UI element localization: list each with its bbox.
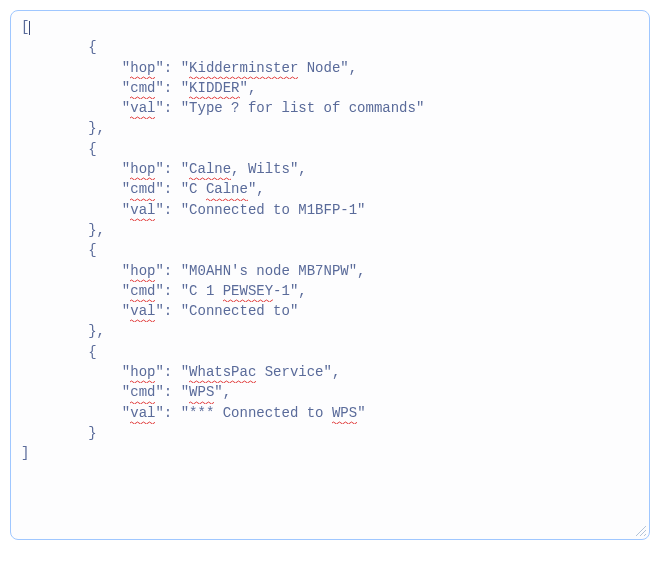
- key-cmd: cmd: [130, 78, 155, 98]
- key-val: val: [130, 98, 155, 118]
- key-val: val: [130, 301, 155, 321]
- hop-value-2: M0AHN's node MB7NPW: [189, 263, 349, 279]
- cmd-value-3: WPS: [189, 382, 214, 402]
- entry-open: {: [88, 141, 96, 157]
- entry-open: {: [88, 344, 96, 360]
- entry-close: },: [88, 323, 105, 339]
- hop-value-3: WhatsPac: [189, 362, 256, 382]
- svg-line-1: [640, 530, 646, 536]
- key-cmd: cmd: [130, 382, 155, 402]
- entry-close-last: }: [88, 425, 96, 441]
- val-value-2: Connected to: [189, 303, 290, 319]
- resize-grip-icon: [633, 523, 647, 537]
- key-val: val: [130, 403, 155, 423]
- key-hop: hop: [130, 58, 155, 78]
- key-hop: hop: [130, 362, 155, 382]
- val-value-1: Connected to M1BFP-1: [189, 202, 357, 218]
- key-cmd: cmd: [130, 179, 155, 199]
- hop-value-1: Calne: [189, 159, 231, 179]
- text-cursor: [29, 21, 30, 35]
- code-editor[interactable]: [ { "hop": "Kidderminster Node", "cmd": …: [10, 10, 650, 540]
- cmd-value-2: PEWSEY: [223, 281, 273, 301]
- key-val: val: [130, 200, 155, 220]
- cmd-value-1: Calne: [206, 179, 248, 199]
- hop-value-0: Kidderminster: [189, 58, 298, 78]
- entry-close: },: [88, 222, 105, 238]
- val-value-0: Type ? for list of commands: [189, 100, 416, 116]
- entry-open: {: [88, 39, 96, 55]
- key-hop: hop: [130, 159, 155, 179]
- key-cmd: cmd: [130, 281, 155, 301]
- entry-open: {: [88, 242, 96, 258]
- svg-line-2: [644, 534, 646, 536]
- svg-line-0: [636, 526, 646, 536]
- code-content[interactable]: [ { "hop": "Kidderminster Node", "cmd": …: [21, 17, 641, 464]
- val-value-3-sq: WPS: [332, 403, 357, 423]
- opening-bracket: [: [21, 19, 29, 35]
- entry-close: },: [88, 120, 105, 136]
- key-hop: hop: [130, 261, 155, 281]
- cmd-value-0: KIDDER: [189, 78, 239, 98]
- closing-bracket: ]: [21, 445, 29, 461]
